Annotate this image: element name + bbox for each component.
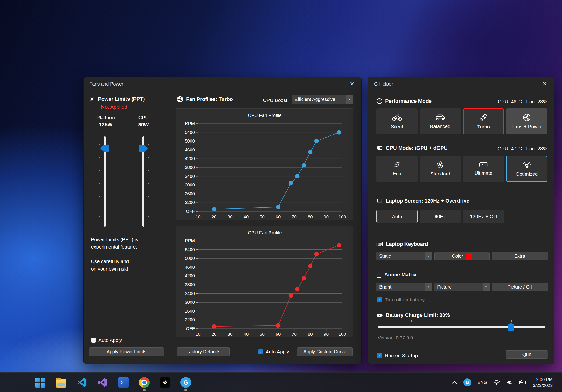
vscode-button[interactable]: [76, 376, 88, 389]
fans-window-titlebar[interactable]: Fans and Power ✕: [84, 77, 362, 90]
visual-studio-button[interactable]: [96, 376, 109, 389]
perf-mode-turbo-button[interactable]: Turbo: [463, 108, 504, 134]
chevron-down-icon[interactable]: ▾: [425, 283, 432, 291]
fan-curve-point[interactable]: [276, 205, 280, 209]
keyboard-color-button[interactable]: Color: [434, 252, 490, 260]
power-auto-apply-checkbox[interactable]: [91, 337, 96, 343]
battery-tray-icon[interactable]: [519, 380, 527, 385]
fan-curve-point[interactable]: [337, 130, 341, 134]
gpu-fan-chart[interactable]: GPU Fan ProfileRPM5400500046004200380034…: [176, 226, 353, 337]
gamepad-icon: [479, 161, 488, 168]
ghelper-titlebar[interactable]: G-Helper ✕: [368, 77, 554, 90]
tray-chevron-up-icon[interactable]: [451, 381, 457, 384]
platform-slider-thumb[interactable]: [100, 145, 109, 152]
ghelper-tray-icon[interactable]: G: [463, 379, 471, 386]
svg-text:4600: 4600: [185, 147, 195, 152]
fan-curve-point[interactable]: [302, 163, 306, 168]
ghelper-icon: G: [180, 377, 191, 388]
laptop-icon: [376, 198, 383, 204]
screen-120hz-od-button[interactable]: 120Hz + OD: [463, 210, 504, 223]
svg-text:3400: 3400: [185, 174, 195, 179]
check-icon: ✓: [378, 298, 381, 302]
wifi-icon[interactable]: [493, 380, 500, 385]
curve-auto-apply-checkbox[interactable]: ✓: [258, 349, 263, 354]
anime-brightness-dropdown[interactable]: Bright ▾: [376, 283, 432, 291]
clock-time: 2:00 PM: [533, 377, 553, 382]
fan-curve-point[interactable]: [289, 294, 293, 298]
anime-battery-checkbox[interactable]: ✓: [377, 297, 382, 302]
fan-curve-point[interactable]: [315, 252, 319, 256]
fan-curve-point[interactable]: [212, 207, 216, 212]
laptop-screen-header: Laptop Screen: 120Hz + Overdrive: [376, 198, 469, 204]
close-icon[interactable]: ✕: [347, 77, 357, 90]
ghelper-taskbar-button[interactable]: G: [180, 376, 192, 389]
svg-text:2200: 2200: [185, 200, 195, 205]
perf-mode-silent-button[interactable]: Silent: [376, 108, 418, 134]
gpu-mode-standard-button[interactable]: Standard: [420, 156, 461, 182]
fan-curve-point[interactable]: [295, 287, 300, 291]
battery-slider-track[interactable]: [378, 326, 545, 328]
screen-auto-button[interactable]: Auto: [376, 210, 418, 223]
start-button[interactable]: [34, 376, 46, 389]
power-limits-note: Power Limits (PPT) is experimental featu…: [91, 236, 138, 273]
chrome-button[interactable]: [138, 376, 150, 389]
run-on-startup-checkbox[interactable]: ✓: [377, 353, 382, 358]
version-link[interactable]: Version: 0.37.0.0: [378, 335, 413, 340]
note-line-2: experimental feature.: [91, 243, 138, 251]
anime-picture-gif-button[interactable]: Picture / Gif: [492, 283, 548, 291]
svg-text:20: 20: [211, 214, 216, 219]
gpu-mode-ultimate-button[interactable]: Ultimate: [463, 156, 504, 182]
battery-slider-thumb[interactable]: [508, 322, 514, 331]
tidal-icon: ❖: [160, 377, 170, 388]
svg-text:30: 30: [228, 332, 233, 337]
fan-profiles-header: Fan Profiles: Turbo: [177, 96, 233, 102]
keyboard-extra-button[interactable]: Extra: [492, 252, 548, 260]
gpu-mode-optimized-button[interactable]: Optimized: [506, 156, 547, 182]
apply-power-limits-button[interactable]: Apply Power Limits: [89, 347, 164, 356]
cpu-slider-thumb[interactable]: [139, 145, 148, 152]
close-icon[interactable]: ✕: [540, 77, 549, 90]
cpu-fan-chart[interactable]: CPU Fan ProfileRPM5400500046004200380034…: [176, 109, 353, 220]
svg-text:4200: 4200: [185, 156, 195, 161]
battery-charge-icon: [376, 313, 383, 317]
gpu-mode-eco-button[interactable]: Eco: [376, 156, 418, 182]
fans-and-power-window: Fans and Power ✕ Power Limits (PPT) Not …: [83, 77, 362, 364]
chevron-down-icon[interactable]: ▾: [425, 252, 432, 260]
fan-curve-point[interactable]: [308, 150, 312, 154]
perf-mode-balanced-button[interactable]: Balanced: [420, 108, 461, 134]
svg-text:3000: 3000: [185, 182, 195, 187]
chevron-down-icon[interactable]: ▾: [482, 283, 490, 291]
perf-mode-fans-power-button[interactable]: Fans + Power: [506, 108, 547, 134]
factory-defaults-button[interactable]: Factory Defaults: [177, 347, 230, 356]
fan-curve-point[interactable]: [315, 139, 319, 144]
fan-curve-point[interactable]: [289, 180, 293, 185]
tidal-button[interactable]: ❖: [159, 376, 171, 389]
laptop-keyboard-header: Laptop Keyboard: [376, 241, 428, 247]
fan-curve-point[interactable]: [337, 243, 341, 247]
clock[interactable]: 2:00 PM 3/23/2023: [533, 377, 553, 388]
check-icon: ✓: [259, 350, 262, 354]
chart-grid: [196, 241, 342, 331]
apply-custom-curve-button[interactable]: Apply Custom Curve: [297, 347, 352, 356]
cpu-fan-chart-panel: CPU Fan ProfileRPM5400500046004200380034…: [176, 108, 353, 220]
screen-60hz-button[interactable]: 60Hz: [420, 210, 461, 223]
file-explorer-button[interactable]: [55, 376, 67, 389]
fan-curve-point[interactable]: [295, 174, 300, 179]
language-indicator[interactable]: ENG: [477, 380, 487, 385]
quit-button[interactable]: Quit: [506, 350, 548, 358]
terminal-button[interactable]: >_: [117, 376, 129, 389]
cpu-boost-dropdown[interactable]: Efficient Aggressive ▾: [292, 95, 353, 104]
gpu-fan-chart-panel: GPU Fan ProfileRPM5400500046004200380034…: [176, 226, 353, 337]
speaker-icon[interactable]: [506, 380, 513, 385]
fan-curve-point[interactable]: [212, 324, 216, 329]
cpu-boost-value: Efficient Aggressive: [292, 95, 346, 104]
svg-text:5400: 5400: [185, 130, 195, 135]
keyboard-mode-dropdown[interactable]: Static ▾: [376, 252, 432, 260]
ghelper-title: G-Helper: [374, 77, 393, 90]
fan-curve-point[interactable]: [276, 323, 280, 327]
note-line-1: Power Limits (PPT) is: [91, 236, 138, 243]
fan-curve-point[interactable]: [302, 276, 306, 280]
chevron-down-icon[interactable]: ▾: [346, 95, 353, 104]
anime-content-dropdown[interactable]: Picture ▾: [434, 283, 490, 291]
fan-curve-point[interactable]: [308, 264, 312, 269]
